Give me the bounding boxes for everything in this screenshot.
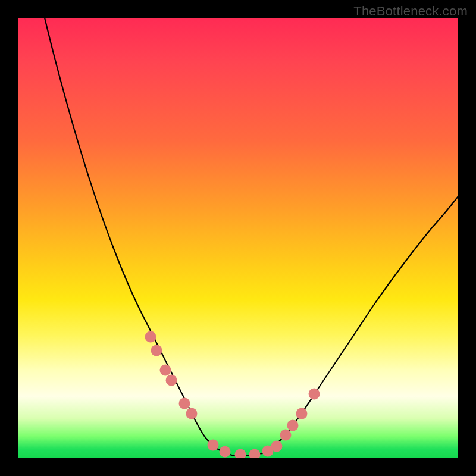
- highlighted-point: [179, 398, 190, 409]
- bottleneck-curve: [45, 18, 458, 456]
- highlighted-point: [271, 441, 283, 452]
- highlighted-point: [235, 449, 246, 459]
- highlighted-points-group: [145, 331, 320, 459]
- highlighted-point: [309, 389, 320, 400]
- highlighted-point: [160, 365, 171, 376]
- highlighted-point: [208, 440, 219, 451]
- highlighted-point: [166, 375, 177, 386]
- chart-frame: TheBottleneck.com: [0, 0, 476, 476]
- highlighted-point: [145, 331, 156, 343]
- plot-area: [18, 18, 458, 458]
- highlighted-point: [220, 446, 231, 458]
- highlighted-point: [249, 449, 261, 459]
- watermark-text: TheBottleneck.com: [353, 4, 468, 19]
- highlighted-point: [186, 408, 198, 419]
- highlighted-point: [296, 408, 308, 419]
- curve-layer: [18, 18, 458, 458]
- highlighted-point: [287, 420, 299, 431]
- highlighted-point: [280, 430, 292, 441]
- highlighted-point: [151, 345, 162, 356]
